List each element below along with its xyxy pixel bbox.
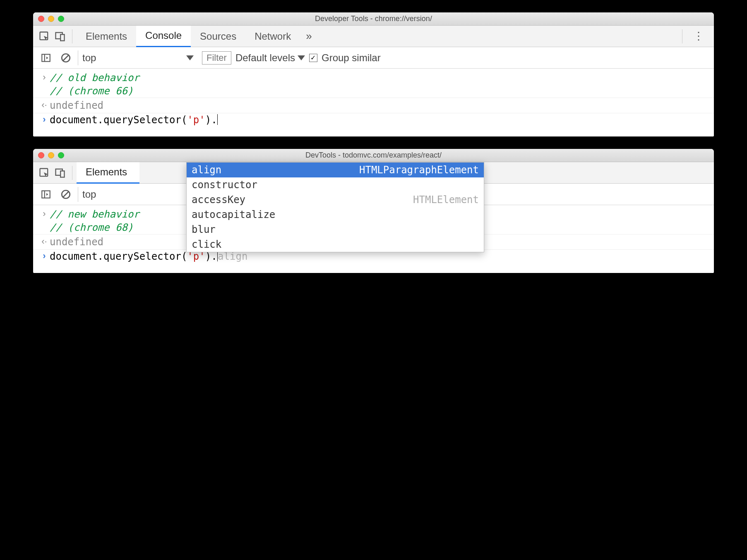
zoom-icon[interactable] (58, 152, 64, 158)
close-icon[interactable] (38, 152, 44, 158)
divider (682, 29, 682, 43)
autocomplete-item[interactable]: constructor (187, 177, 484, 192)
tab-network[interactable]: Network (245, 26, 300, 47)
tabs-overflow-icon[interactable]: » (300, 30, 317, 43)
console-input[interactable]: document.querySelector('p'). (50, 114, 218, 126)
ac-name: autocapitalize (192, 209, 275, 220)
output-marker-icon: ‹· (39, 100, 50, 110)
console-input[interactable]: document.querySelector('p').align (50, 251, 247, 262)
execution-context-select[interactable]: top (78, 50, 198, 65)
tab-console[interactable]: Console (136, 26, 191, 47)
titlebar: DevTools - todomvc.com/examples/react/ (33, 149, 714, 162)
devtools-window-old: Developer Tools - chrome://version/ Elem… (33, 12, 714, 136)
divider (72, 29, 72, 43)
console-result: undefined (50, 100, 103, 111)
autocomplete-item[interactable]: click (187, 237, 484, 252)
divider (72, 166, 72, 180)
output-marker-icon: ‹· (39, 236, 50, 247)
zoom-icon[interactable] (58, 16, 64, 22)
autocomplete-popup: align HTMLParagraphElement constructor a… (186, 162, 484, 252)
ac-meta: HTMLParagraphElement (359, 164, 479, 176)
window-title: DevTools - todomvc.com/examples/react/ (33, 151, 714, 160)
svg-rect-0 (40, 32, 48, 40)
devtools-window-new: DevTools - todomvc.com/examples/react/ E… (33, 149, 714, 273)
scope-label: top (82, 189, 96, 200)
clear-console-icon[interactable] (58, 50, 74, 66)
sidebar-toggle-icon[interactable] (38, 50, 54, 66)
tab-elements[interactable]: Elements (77, 162, 139, 184)
filter-input[interactable]: Filter (202, 51, 231, 65)
scope-label: top (82, 52, 96, 64)
text-caret (217, 114, 218, 125)
window-title: Developer Tools - chrome://version/ (33, 14, 714, 23)
chevron-down-icon (298, 55, 305, 60)
autocomplete-item[interactable]: autocapitalize (187, 207, 484, 222)
input-marker-icon: › (39, 72, 50, 83)
ac-name: constructor (192, 179, 257, 191)
close-icon[interactable] (38, 16, 44, 22)
ac-name: accessKey (192, 194, 245, 206)
clear-console-icon[interactable] (58, 187, 74, 202)
inspect-icon[interactable] (36, 29, 52, 44)
log-levels-select[interactable]: Default levels (235, 52, 305, 64)
traffic-lights (38, 16, 64, 22)
ac-meta: HTMLElement (413, 194, 479, 206)
svg-line-6 (63, 55, 69, 60)
sidebar-toggle-icon[interactable] (38, 187, 54, 202)
device-toggle-icon[interactable] (52, 165, 68, 181)
autocomplete-item[interactable]: accessKey HTMLElement (187, 192, 484, 207)
svg-rect-10 (42, 191, 50, 198)
autocomplete-item-selected[interactable]: align HTMLParagraphElement (187, 163, 484, 177)
settings-menu-icon[interactable]: ⋮ (687, 30, 711, 43)
minimize-icon[interactable] (48, 16, 54, 22)
autocomplete-item[interactable]: blur (187, 222, 484, 237)
devtools-tab-bar: Elements Console Sources Network » ⋮ (33, 26, 714, 47)
tab-elements[interactable]: Elements (77, 26, 136, 47)
svg-rect-3 (42, 54, 50, 61)
svg-rect-7 (40, 168, 48, 176)
ac-name: click (192, 239, 221, 250)
traffic-lights (38, 152, 64, 158)
console-log-comment: // (chrome 68) (50, 222, 133, 233)
group-similar-checkbox[interactable]: ✓ (309, 54, 317, 62)
svg-rect-9 (60, 171, 64, 177)
levels-label: Default levels (235, 52, 295, 64)
console-output: › // old behavior // (chrome 66) ‹· unde… (33, 69, 714, 136)
console-log-comment: // new behavior (50, 208, 139, 220)
ac-name: align (192, 164, 221, 176)
device-toggle-icon[interactable] (52, 29, 68, 44)
ghost-suggestion: align (218, 251, 247, 262)
console-log-comment: // (chrome 66) (50, 85, 133, 97)
console-result: undefined (50, 236, 103, 248)
execution-context-select[interactable]: top (78, 187, 144, 202)
prompt-icon: › (39, 114, 50, 125)
group-similar-label: Group similar (322, 52, 381, 64)
ac-name: blur (192, 224, 216, 235)
console-log-comment: // old behavior (50, 72, 139, 84)
svg-line-13 (63, 191, 69, 197)
inspect-icon[interactable] (36, 165, 52, 181)
prompt-icon: › (39, 251, 50, 261)
console-toolbar: top Filter Default levels ✓ Group simila… (33, 47, 714, 69)
chevron-down-icon (186, 55, 194, 60)
tab-sources[interactable]: Sources (191, 26, 245, 47)
svg-rect-2 (60, 34, 64, 41)
input-marker-icon: › (39, 208, 50, 219)
titlebar: Developer Tools - chrome://version/ (33, 12, 714, 26)
minimize-icon[interactable] (48, 152, 54, 158)
